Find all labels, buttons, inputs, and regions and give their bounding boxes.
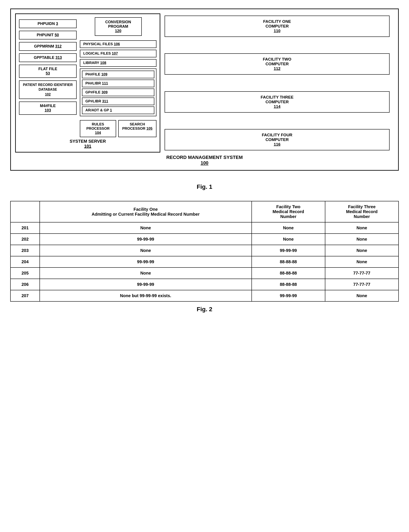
row-203-col2: 99-99-99 <box>252 245 325 256</box>
row-id-203: 203 <box>10 245 40 256</box>
row-207-col1: None but 99-99-99 exists. <box>40 290 252 301</box>
physical-files-box: PHYSICAL FILES 106 <box>80 40 157 48</box>
search-processor-box: SEARCH PROCESSOR 105 <box>118 120 157 137</box>
record-management-label: RECORD MANAGEMENT SYSTEM100 <box>15 155 394 166</box>
table-row: 207 None but 99-99-99 exists. 99-99-99 N… <box>10 290 399 301</box>
row-207-col2: 99-99-99 <box>252 290 325 301</box>
table-row: 203 None 99-99-99 None <box>10 245 399 256</box>
row-id-205: 205 <box>10 268 40 279</box>
table-header-row: Facility OneAdmitting or Current Facilit… <box>10 201 399 222</box>
facility-four-box: FACILITY FOURCOMPUTER116 <box>165 129 390 150</box>
row-201-col2: None <box>252 222 325 234</box>
row-205-col2: 88-88-88 <box>252 268 325 279</box>
row-204-col1: 99-99-99 <box>40 256 252 268</box>
server-label: SYSTEM SERVER101 <box>19 139 157 149</box>
header-id <box>10 201 40 222</box>
gppmrnm-box: GPPMRNM 312 <box>19 42 77 51</box>
row-id-207: 207 <box>10 290 40 301</box>
server-left-column: PHPUIDN 3 PHPUNIT 50 GPPMRNM 312 GPPTABL… <box>19 17 77 137</box>
header-facility-one: Facility OneAdmitting or Current Facilit… <box>40 201 252 222</box>
gpptable-box: GPPTABLE 313 <box>19 53 77 62</box>
flat-file-box: FLAT FILE53 <box>19 65 77 78</box>
library-box: LIBRARY 108 <box>80 59 157 67</box>
header-facility-three: Facility ThreeMedical RecordNumber <box>325 201 399 222</box>
facility-two-box: FACILITY TWOCOMPUTER112 <box>165 53 390 75</box>
gplibr-box: GP#LIBR 311 <box>82 98 154 105</box>
aradt-box: AR/ADT & GP 1 <box>82 107 154 114</box>
fig2-table: Facility OneAdmitting or Current Facilit… <box>10 201 399 302</box>
table-row: 202 99-99-99 None None <box>10 234 399 245</box>
processors-row: RULES PROCESSOR 104 SEARCH PROCESSOR 105 <box>80 120 157 137</box>
table-row: 201 None None None <box>10 222 399 234</box>
row-205-col3: 77-77-77 <box>325 268 399 279</box>
phlibr-box: PH#LIBR 111 <box>82 80 154 87</box>
logical-files-box: LOGICAL FILES 107 <box>80 50 157 57</box>
table-row: 205 None 88-88-88 77-77-77 <box>10 268 399 279</box>
server-right-column: CONVERSIONPROGRAM120 PHYSICAL FILES 106 … <box>80 17 157 137</box>
row-206-col3: 77-77-77 <box>325 279 399 290</box>
phfile-box: PH#FILE 109 <box>82 71 154 78</box>
row-202-col1: 99-99-99 <box>40 234 252 245</box>
row-206-col1: 99-99-99 <box>40 279 252 290</box>
row-id-206: 206 <box>10 279 40 290</box>
conversion-program-box: CONVERSIONPROGRAM120 <box>95 17 142 36</box>
row-205-col1: None <box>40 268 252 279</box>
row-201-col1: None <box>40 222 252 234</box>
inner-files-box: PH#FILE 109 PH#LIBR 111 GP#FILE 309 GP#L… <box>80 68 157 116</box>
row-203-col1: None <box>40 245 252 256</box>
system-server-box: PHPUIDN 3 PHPUNIT 50 GPPMRNM 312 GPPTABL… <box>15 13 160 153</box>
row-id-201: 201 <box>10 222 40 234</box>
fig2-table-container: Facility OneAdmitting or Current Facilit… <box>10 201 399 302</box>
row-202-col3: None <box>325 234 399 245</box>
row-id-204: 204 <box>10 256 40 268</box>
fig1-diagram: PHPUIDN 3 PHPUNIT 50 GPPMRNM 312 GPPTABL… <box>10 9 399 171</box>
row-206-col2: 88-88-88 <box>252 279 325 290</box>
facility-one-box: FACILITY ONECOMPUTER110 <box>165 16 390 37</box>
row-203-col3: None <box>325 245 399 256</box>
gpfile-box: GP#FILE 309 <box>82 89 154 96</box>
phpunit-box: PHPUNIT 50 <box>19 31 77 39</box>
rules-processor-box: RULES PROCESSOR 104 <box>80 120 116 137</box>
row-204-col2: 88-88-88 <box>252 256 325 268</box>
row-202-col2: None <box>252 234 325 245</box>
facility-three-box: FACILITY THREECOMPUTER114 <box>165 91 390 113</box>
fig1-caption: Fig. 1 <box>9 183 400 190</box>
patient-record-db-box: PATIENT RECORD IDENTIFIER DATABASE102 <box>19 81 77 99</box>
row-id-202: 202 <box>10 234 40 245</box>
row-204-col3: None <box>325 256 399 268</box>
table-row: 204 99-99-99 88-88-88 None <box>10 256 399 268</box>
m4file-box: M4#FILE103 <box>19 101 77 115</box>
row-201-col3: None <box>325 222 399 234</box>
fig2-caption: Fig. 2 <box>9 306 400 313</box>
outer-record-management-box: PHPUIDN 3 PHPUNIT 50 GPPMRNM 312 GPPTABL… <box>10 9 399 171</box>
facilities-column: FACILITY ONECOMPUTER110 FACILITY TWOCOMP… <box>160 13 394 153</box>
table-row: 206 99-99-99 88-88-88 77-77-77 <box>10 279 399 290</box>
row-207-col3: None <box>325 290 399 301</box>
header-facility-two: Facility TwoMedical RecordNumber <box>252 201 325 222</box>
phpuidn-box: PHPUIDN 3 <box>19 19 77 28</box>
